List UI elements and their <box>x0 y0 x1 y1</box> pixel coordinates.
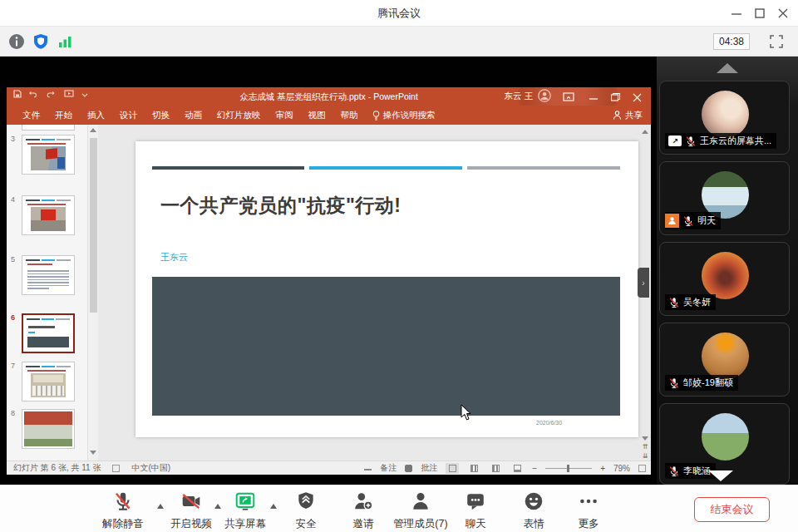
qat-dropdown-icon[interactable] <box>81 90 88 100</box>
meeting-info-icon[interactable] <box>7 32 26 51</box>
participant-tile[interactable]: 吴冬妍 <box>659 242 790 316</box>
participant-name: 吴冬妍 <box>683 296 711 308</box>
ribbon-tab-1[interactable]: 开始 <box>47 106 80 125</box>
language-status[interactable]: 中文(中国) <box>131 462 170 474</box>
slideshow-view-button[interactable] <box>510 463 524 474</box>
share-person-icon <box>613 111 622 120</box>
member-badge-icon <box>665 214 679 228</box>
tellme-search[interactable]: 操作说明搜索 <box>366 110 436 121</box>
toolbar-button-label: 更多 <box>579 517 599 531</box>
slide-author[interactable]: 王东云 <box>160 251 188 264</box>
canvas-scrollbar[interactable]: ⇈ ⇊ <box>639 125 651 461</box>
minimize-icon[interactable] <box>730 7 743 20</box>
normal-view-button[interactable] <box>446 463 459 474</box>
redo-icon[interactable] <box>47 90 57 100</box>
participants-scroll-down-icon[interactable] <box>708 470 733 481</box>
security-shield-icon[interactable] <box>32 32 50 51</box>
ribbon-tab-8[interactable]: 视图 <box>301 106 333 125</box>
zoom-out-button[interactable]: − <box>532 464 537 473</box>
thumbnail-number-6: 6 <box>11 313 21 322</box>
toolbar-button-more-dots[interactable]: 更多 <box>553 490 624 531</box>
start-slideshow-icon[interactable] <box>64 90 74 100</box>
end-meeting-button[interactable]: 结束会议 <box>694 497 770 522</box>
ppt-share-button[interactable]: 共享 <box>613 106 643 125</box>
ribbon-tab-5[interactable]: 动画 <box>177 106 209 125</box>
slide-bar-gray <box>467 166 620 170</box>
undo-icon[interactable] <box>29 90 39 100</box>
ribbon-tab-6[interactable]: 幻灯片放映 <box>209 106 268 125</box>
slide-thumbnail-7[interactable] <box>22 362 75 401</box>
participant-tile[interactable]: ↗王东云的屏幕共... <box>659 81 790 155</box>
ppt-statusbar: 幻灯片 第 6 张, 共 11 张 中文(中国) 备注 批注 − + <box>7 461 651 475</box>
slide-thumbnail-6-selected[interactable] <box>22 313 75 353</box>
save-icon[interactable] <box>13 90 22 100</box>
close-icon[interactable] <box>776 7 790 20</box>
ppt-account[interactable]: 东云 王 <box>505 87 551 106</box>
participants-scroll-up-icon[interactable] <box>717 63 738 73</box>
emoji-smiley-icon <box>523 490 544 515</box>
zoom-slider[interactable] <box>545 468 592 469</box>
participant-label: 吴冬妍 <box>665 294 716 310</box>
window-title: 腾讯会议 <box>0 0 798 27</box>
reading-view-button[interactable] <box>489 463 502 474</box>
account-avatar-icon <box>538 89 551 104</box>
ribbon-tab-2[interactable]: 插入 <box>80 106 112 125</box>
toolbar-button-mic-muted[interactable]: 解除静音 <box>87 490 159 531</box>
slide-thumbnail-panel: 345678 <box>7 125 98 461</box>
scroll-down-icon[interactable] <box>642 436 648 441</box>
ppt-ribbon-tabs: 文件开始插入设计切换动画幻灯片放映审阅视图帮助操作说明搜索 <box>7 106 651 125</box>
scroll-up-icon[interactable] <box>90 128 96 132</box>
ppt-minimize-icon[interactable] <box>588 91 599 106</box>
ribbon-tab-9[interactable]: 帮助 <box>333 106 366 125</box>
ppt-close-icon[interactable] <box>631 91 643 106</box>
scrollbar-thumb[interactable] <box>90 138 97 313</box>
notes-toggle[interactable]: 备注 <box>380 462 397 474</box>
ppt-restore-icon[interactable] <box>609 91 621 106</box>
spellcheck-icon[interactable] <box>112 465 120 472</box>
sorter-view-button[interactable] <box>467 463 480 474</box>
zoom-slider-thumb[interactable] <box>567 465 569 472</box>
lightbulb-icon <box>372 111 380 121</box>
participant-tile[interactable]: 明天 <box>659 161 790 235</box>
next-slide-icon[interactable]: ⇊ <box>643 453 648 459</box>
zoom-level[interactable]: 79% <box>613 464 630 473</box>
participant-avatar <box>702 252 749 299</box>
ribbon-tab-7[interactable]: 审阅 <box>268 106 301 125</box>
tellme-label: 操作说明搜索 <box>383 110 436 121</box>
mic-muted-icon <box>682 215 694 227</box>
ribbon-display-icon[interactable] <box>563 91 574 106</box>
participant-avatar <box>702 332 749 380</box>
slide-counter: 幻灯片 第 6 张, 共 11 张 <box>13 462 101 474</box>
chat-bubble-icon <box>465 490 486 515</box>
toolbar-button-label: 解除静音 <box>102 517 144 531</box>
slide-thumbnail-8[interactable] <box>22 409 75 449</box>
fit-slide-icon[interactable] <box>638 465 646 472</box>
ribbon-tab-4[interactable]: 切换 <box>145 106 177 125</box>
slide-thumbnail-5[interactable] <box>22 255 75 295</box>
comments-icon <box>405 465 412 472</box>
fullscreen-icon[interactable] <box>768 33 785 53</box>
slide-video-placeholder[interactable] <box>152 277 620 416</box>
ribbon-tab-3[interactable]: 设计 <box>112 106 145 125</box>
ribbon-tab-0[interactable]: 文件 <box>15 106 47 125</box>
more-dots-icon <box>578 490 599 515</box>
slide-thumbnail-4[interactable] <box>22 195 75 235</box>
maximize-icon[interactable] <box>753 7 766 20</box>
thumbnail-scrollbar[interactable] <box>87 125 98 461</box>
previous-slide-icon[interactable]: ⇈ <box>643 444 648 450</box>
notes-icon <box>364 466 372 470</box>
participant-name: 邹姣-19翻硕 <box>683 377 733 389</box>
participant-tile[interactable]: 邹姣-19翻硕 <box>659 323 790 397</box>
participant-name: 李晓涵 <box>683 465 711 477</box>
slide-title[interactable]: 一个共产党员的"抗疫"行动! <box>160 193 401 219</box>
thumbnail-number-4: 4 <box>11 195 21 204</box>
slide-thumbnail-3[interactable] <box>22 135 75 175</box>
network-signal-icon[interactable] <box>56 32 74 51</box>
scroll-down-icon[interactable] <box>90 451 96 455</box>
mic-muted-icon <box>685 135 697 147</box>
toolbar-button-label: 共享屏幕 <box>224 517 266 531</box>
scroll-up-icon[interactable] <box>642 130 648 134</box>
powerpoint-window: 众志成城 基层党组织在行动.pptx - PowerPoint 东云 王 文件开… <box>7 87 651 475</box>
zoom-in-button[interactable]: + <box>600 464 605 473</box>
comments-toggle[interactable]: 批注 <box>421 462 437 474</box>
